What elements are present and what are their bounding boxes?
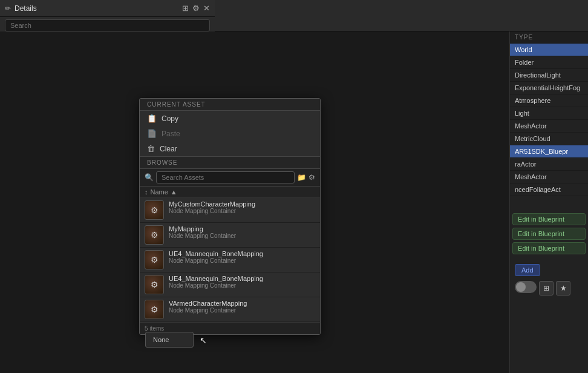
type-atmosphere-label: Atmosphere [515, 97, 550, 104]
panel-title-area: ✏ Details [5, 4, 37, 13]
none-item[interactable]: None [146, 334, 193, 346]
type-world-label: World [515, 46, 532, 53]
asset-name-2: MyMapping [169, 225, 315, 233]
asset-type-1: Node Mapping Container [169, 208, 315, 214]
asset-item-3[interactable]: ⚙ UE4_Mannequin_BoneMapping Node Mapping… [140, 248, 320, 272]
type-light-label: Light [515, 110, 529, 117]
type-meshactor2-label: MeshActor [515, 173, 547, 180]
type-item-light[interactable]: Light [510, 107, 588, 120]
asset-info-2: MyMapping Node Mapping Container [169, 225, 315, 239]
asset-item-4[interactable]: ⚙ UE4_Mannequin_BoneMapping Node Mapping… [140, 272, 320, 297]
type-item-directional[interactable]: DirectionalLight [510, 69, 588, 82]
copy-label: Copy [162, 114, 178, 123]
main-layout: ✏ Details ⊞ ⚙ ✕ ▼ Variable Variable Name [0, 31, 588, 373]
browse-label: BROWSE [140, 156, 320, 169]
star-btn[interactable]: ★ [556, 281, 570, 295]
asset-list-header: ↕ Name ▲ [140, 187, 320, 198]
asset-name-1: MyCustomCharacterMapping [169, 200, 315, 208]
add-label: Add [521, 266, 534, 274]
asset-thumb-3: ⚙ [145, 250, 164, 269]
panel-header-icons: ⊞ ⚙ ✕ [182, 4, 210, 13]
panel-settings-icon[interactable]: ⚙ [192, 4, 200, 13]
asset-thumb-5: ⚙ [145, 300, 164, 319]
asset-info-1: MyCustomCharacterMapping Node Mapping Co… [169, 200, 315, 214]
icon-row: ⊞ ★ [510, 279, 588, 298]
none-dropdown: None [145, 332, 194, 348]
asset-settings-icon[interactable]: ⚙ [309, 173, 315, 182]
type-item-atmosphere[interactable]: Atmosphere [510, 94, 588, 107]
asset-info-4: UE4_Mannequin_BoneMapping Node Mapping C… [169, 275, 315, 289]
asset-type-3: Node Mapping Container [169, 257, 315, 264]
asset-info-5: VArmedCharacterMapping Node Mapping Cont… [169, 300, 315, 314]
asset-search-input[interactable] [156, 171, 295, 183]
cursor-indicator: ↖ [200, 335, 207, 345]
clear-icon: 🗑 [147, 144, 155, 153]
asset-type-5: Node Mapping Container [169, 307, 315, 314]
clear-label: Clear [160, 145, 177, 153]
type-item-foliage[interactable]: ncedFoliageAct [510, 183, 588, 196]
type-item-ar51[interactable]: AR51SDK_Bluepr [510, 145, 588, 158]
paste-label: Paste [162, 130, 180, 138]
type-item-meshactor2[interactable]: MeshActor [510, 171, 588, 183]
type-item-metriccloud[interactable]: MetricCloud [510, 133, 588, 145]
sort-label[interactable]: Name [151, 188, 168, 196]
type-item-world[interactable]: World [510, 44, 588, 56]
asset-thumb-1: ⚙ [145, 200, 164, 220]
panel-title: Details [15, 4, 37, 13]
type-header-label: Type [515, 34, 533, 41]
paste-item[interactable]: 📄 Paste [140, 126, 320, 141]
asset-search-icon: 🔍 [145, 173, 154, 182]
type-ar51-label: AR51SDK_Bluepr [515, 148, 568, 155]
current-asset-dropdown: CURRENT ASSET 📋 Copy 📄 Paste 🗑 Clear BRO… [139, 98, 321, 335]
type-item-folder[interactable]: Folder [510, 56, 588, 69]
pencil-icon: ✏ [5, 4, 11, 13]
asset-item-1[interactable]: ⚙ MyCustomCharacterMapping Node Mapping … [140, 198, 320, 223]
bottom-icon-row: Add [510, 262, 588, 279]
asset-type-2: Node Mapping Container [169, 233, 315, 239]
asset-folder-icon[interactable]: 📁 [297, 173, 306, 182]
type-item-raactor[interactable]: raActor [510, 158, 588, 171]
sort-direction: ▲ [171, 188, 177, 196]
paste-icon: 📄 [147, 129, 157, 138]
panel-grid-icon[interactable]: ⊞ [182, 4, 189, 13]
copy-icon: 📋 [147, 114, 157, 123]
current-asset-label: CURRENT ASSET [140, 99, 320, 111]
asset-thumb-4: ⚙ [145, 275, 164, 294]
asset-name-4: UE4_Mannequin_BoneMapping [169, 275, 315, 282]
asset-item-5[interactable]: ⚙ VArmedCharacterMapping Node Mapping Co… [140, 297, 320, 322]
asset-name-3: UE4_Mannequin_BoneMapping [169, 250, 315, 257]
type-exponential-label: ExponentialHeightFog [515, 84, 580, 91]
panel-header: ✏ Details ⊞ ⚙ ✕ [0, 0, 215, 17]
edit-blueprint-label-3: Edit in Blueprint [518, 245, 564, 252]
toggle-btn[interactable] [515, 281, 537, 293]
asset-name-5: VArmedCharacterMapping [169, 300, 315, 307]
edit-buttons-container: Edit in Blueprint Edit in Blueprint Edit… [510, 208, 588, 259]
panel-close-icon[interactable]: ✕ [203, 4, 210, 13]
search-input[interactable] [5, 19, 210, 31]
type-folder-label: Folder [515, 59, 534, 66]
type-foliage-label: ncedFoliageAct [515, 186, 561, 193]
type-item-exponential[interactable]: ExponentialHeightFog [510, 82, 588, 94]
type-item-type[interactable]: Type [510, 31, 588, 44]
asset-type-4: Node Mapping Container [169, 282, 315, 289]
edit-blueprint-label-2: Edit in Blueprint [518, 230, 564, 237]
asset-thumb-2: ⚙ [145, 225, 164, 245]
copy-item[interactable]: 📋 Copy [140, 111, 320, 126]
asset-item-2[interactable]: ⚙ MyMapping Node Mapping Container [140, 223, 320, 248]
type-metriccloud-label: MetricCloud [515, 135, 550, 142]
edit-blueprint-btn-2[interactable]: Edit in Blueprint [512, 228, 586, 240]
type-meshactor1-label: MeshActor [515, 122, 547, 130]
sort-icon: ↕ [145, 188, 148, 196]
asset-info-3: UE4_Mannequin_BoneMapping Node Mapping C… [169, 250, 315, 264]
edit-blueprint-btn-1[interactable]: Edit in Blueprint [512, 213, 586, 225]
grid-sq-btn[interactable]: ⊞ [539, 281, 554, 295]
clear-item[interactable]: 🗑 Clear [140, 141, 320, 156]
type-directional-label: DirectionalLight [515, 71, 561, 79]
edit-blueprint-label-1: Edit in Blueprint [518, 216, 564, 223]
right-panel: CURRENT ASSET 📋 Copy 📄 Paste 🗑 Clear BRO… [0, 31, 588, 373]
type-item-meshactor1[interactable]: MeshActor [510, 120, 588, 133]
asset-search-bar: 🔍 📁 ⚙ [140, 169, 320, 187]
add-component-btn[interactable]: Add [515, 264, 540, 276]
type-list-panel: Type World Folder DirectionalLight Expon… [509, 31, 588, 373]
edit-blueprint-btn-3[interactable]: Edit in Blueprint [512, 242, 586, 254]
